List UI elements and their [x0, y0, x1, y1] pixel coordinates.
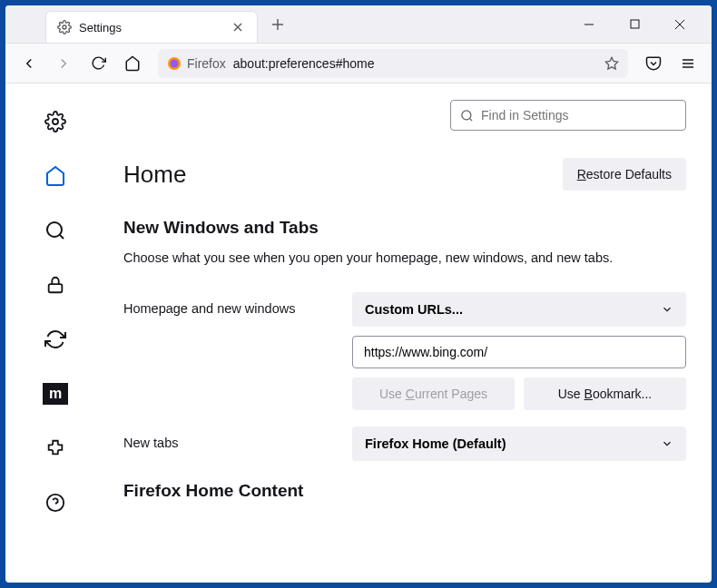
sidebar-privacy[interactable] — [39, 269, 72, 301]
sidebar-help[interactable] — [39, 486, 72, 519]
svg-point-0 — [63, 25, 66, 29]
mozilla-icon: m — [43, 383, 68, 405]
firefox-identity: Firefox — [167, 56, 226, 71]
section-home-content-title: Firefox Home Content — [123, 481, 686, 501]
newtabs-label: New tabs — [123, 426, 352, 450]
maximize-button[interactable] — [621, 11, 648, 38]
url-bar[interactable]: Firefox about:preferences#home — [158, 49, 628, 78]
sidebar-search[interactable] — [39, 214, 72, 247]
newtabs-dropdown[interactable]: Firefox Home (Default) — [352, 426, 686, 461]
urlbar-label: Firefox — [187, 56, 226, 71]
use-bookmark-button[interactable]: Use Bookmark... — [524, 377, 686, 410]
sidebar-more-mozilla[interactable]: m — [39, 377, 72, 410]
settings-search-input[interactable] — [481, 108, 676, 122]
close-icon[interactable] — [230, 19, 246, 35]
dropdown-value: Custom URLs... — [365, 302, 463, 317]
svg-rect-18 — [49, 284, 63, 292]
page-title: Home — [123, 161, 186, 189]
svg-point-16 — [47, 222, 62, 237]
restore-defaults-button[interactable]: Restore Defaults — [563, 158, 686, 191]
chevron-down-icon — [661, 303, 673, 316]
homepage-row: Homepage and new windows Custom URLs... … — [123, 292, 686, 410]
tab-title: Settings — [79, 21, 222, 34]
main-panel: Home Restore Defaults New Windows and Ta… — [105, 83, 712, 583]
forward-button[interactable] — [49, 49, 78, 78]
content-area: m Home Restore Defaults New Windows and … — [5, 83, 712, 583]
svg-rect-6 — [631, 20, 639, 28]
chevron-down-icon — [661, 437, 673, 450]
sidebar-general[interactable] — [39, 105, 72, 138]
pocket-button[interactable] — [639, 49, 668, 78]
toolbar: Firefox about:preferences#home — [5, 44, 712, 83]
homepage-mode-dropdown[interactable]: Custom URLs... — [352, 292, 686, 327]
svg-line-17 — [60, 235, 64, 239]
new-tab-button[interactable] — [265, 12, 290, 37]
reload-button[interactable] — [83, 49, 113, 78]
bookmark-star-icon[interactable] — [604, 56, 619, 71]
back-button[interactable] — [15, 49, 44, 78]
newtabs-row: New tabs Firefox Home (Default) — [123, 426, 686, 461]
browser-tab[interactable]: Settings — [45, 11, 258, 43]
minimize-button[interactable] — [575, 11, 603, 38]
svg-marker-11 — [605, 57, 617, 69]
browser-window: Settings Firefox about:preferences#home — [5, 5, 712, 583]
window-controls — [557, 11, 712, 38]
home-button[interactable] — [118, 49, 147, 78]
svg-point-10 — [171, 59, 179, 67]
search-icon — [460, 109, 474, 122]
homepage-label: Homepage and new windows — [123, 292, 352, 316]
firefox-icon — [167, 56, 182, 71]
section-windows-tabs-desc: Choose what you see when you open your h… — [123, 249, 686, 267]
menu-button[interactable] — [673, 49, 702, 78]
urlbar-text: about:preferences#home — [233, 56, 375, 71]
sidebar-home[interactable] — [39, 160, 72, 192]
use-current-pages-button[interactable]: Use Current Pages — [352, 377, 515, 410]
titlebar: Settings — [5, 5, 712, 44]
section-windows-tabs-title: New Windows and Tabs — [123, 218, 686, 238]
homepage-url-input[interactable] — [352, 336, 686, 368]
svg-point-21 — [462, 110, 471, 119]
gear-icon — [57, 20, 72, 34]
close-window-button[interactable] — [666, 11, 693, 38]
settings-search[interactable] — [450, 100, 686, 131]
svg-line-22 — [469, 118, 472, 121]
dropdown-value: Firefox Home (Default) — [365, 436, 506, 451]
sidebar: m — [5, 83, 105, 583]
sidebar-sync[interactable] — [39, 323, 72, 356]
svg-point-15 — [53, 119, 58, 124]
sidebar-extensions[interactable] — [39, 432, 72, 465]
